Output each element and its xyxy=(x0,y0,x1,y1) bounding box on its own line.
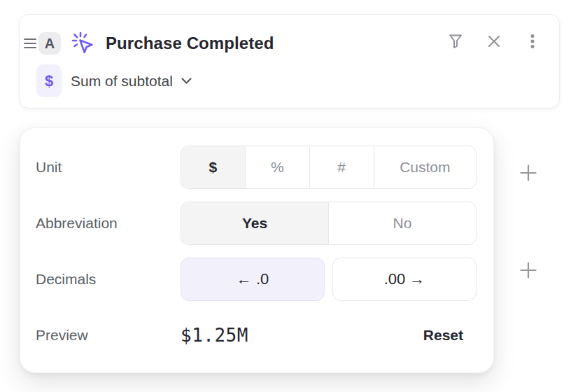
metric-format-popover: A Purchase Completed xyxy=(0,0,578,392)
metric-label: Sum of subtotal xyxy=(71,73,173,90)
reset-button[interactable]: Reset xyxy=(423,327,463,344)
kebab-menu-icon[interactable] xyxy=(524,33,541,50)
event-actions xyxy=(447,33,541,50)
dollar-metric-icon: $ xyxy=(36,64,62,97)
unit-label: Unit xyxy=(36,159,181,176)
unit-option-percent[interactable]: % xyxy=(246,146,310,188)
preview-row: Preview $1.25M Reset xyxy=(36,314,477,357)
filter-funnel-icon[interactable] xyxy=(447,33,464,50)
close-icon[interactable] xyxy=(486,33,502,50)
add-button-top[interactable] xyxy=(518,162,539,183)
abbreviation-row: Abbreviation Yes No xyxy=(36,202,477,245)
event-header-row: A Purchase Completed xyxy=(20,31,274,55)
unit-row: Unit $ % # Custom xyxy=(36,146,477,189)
decimals-row: Decimals ← .0 .00 → xyxy=(36,258,477,301)
unit-segmented-control: $ % # Custom xyxy=(181,146,477,189)
event-title: Purchase Completed xyxy=(106,34,274,53)
metric-selector[interactable]: $ Sum of subtotal xyxy=(36,64,192,97)
event-card: A Purchase Completed xyxy=(19,14,560,108)
abbreviation-segmented-control: Yes No xyxy=(181,202,477,245)
abbreviation-option-yes[interactable]: Yes xyxy=(181,202,329,244)
add-button-bottom[interactable] xyxy=(518,260,539,281)
event-order-badge: A xyxy=(38,32,61,55)
unit-option-dollar[interactable]: $ xyxy=(181,146,246,188)
abbreviation-option-no[interactable]: No xyxy=(329,202,476,244)
drag-handle-icon[interactable] xyxy=(24,38,36,48)
preview-value: $1.25M xyxy=(181,325,248,346)
decimals-decrease-button[interactable]: ← .0 xyxy=(181,258,325,301)
unit-option-number[interactable]: # xyxy=(310,146,374,188)
chevron-down-icon xyxy=(181,77,192,85)
unit-option-custom[interactable]: Custom xyxy=(374,146,476,188)
abbreviation-label: Abbreviation xyxy=(36,215,181,232)
preview-label: Preview xyxy=(36,327,181,344)
decimals-increase-button[interactable]: .00 → xyxy=(332,258,477,301)
format-panel: Unit $ % # Custom Abbreviation Yes No De… xyxy=(20,127,494,373)
cursor-click-icon xyxy=(71,31,95,55)
decimals-label: Decimals xyxy=(36,271,181,288)
decimals-controls: ← .0 .00 → xyxy=(181,258,477,301)
